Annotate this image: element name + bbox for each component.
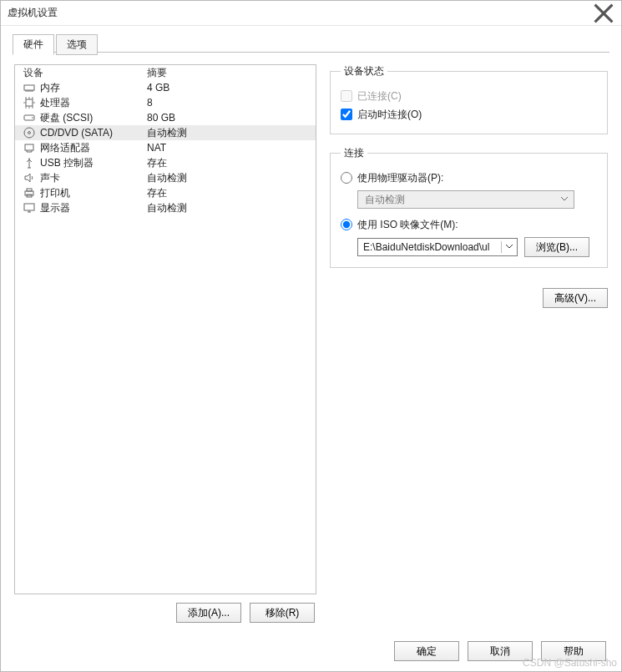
- remove-button[interactable]: 移除(R): [250, 603, 315, 623]
- device-summary: 存在: [147, 186, 311, 200]
- memory-icon: [23, 82, 35, 93]
- list-item[interactable]: 处理器 8: [15, 95, 316, 110]
- list-item[interactable]: 硬盘 (SCSI) 80 GB: [15, 110, 316, 125]
- device-label: USB 控制器: [40, 156, 94, 170]
- list-item[interactable]: 网络适配器 NAT: [15, 140, 316, 155]
- cancel-button[interactable]: 取消: [468, 641, 533, 661]
- connected-label: 已连接(C): [357, 89, 402, 104]
- usb-icon: [23, 157, 35, 169]
- ok-button[interactable]: 确定: [394, 641, 459, 661]
- list-item[interactable]: USB 控制器 存在: [15, 155, 316, 170]
- list-item[interactable]: CD/DVD (SATA) 自动检测: [15, 125, 316, 140]
- help-button[interactable]: 帮助: [541, 641, 606, 661]
- iso-row: E:\BaiduNetdiskDownload\ul 浏览(B)...: [357, 237, 597, 257]
- connect-poweron-label: 启动时连接(O): [357, 108, 422, 122]
- left-buttons: 添加(A)... 移除(R): [14, 594, 316, 631]
- left-column: 设备 摘要 内存 4 GB: [14, 64, 316, 631]
- svg-point-4: [24, 128, 34, 138]
- connected-row: 已连接(C): [341, 87, 597, 105]
- device-status-group: 设备状态 已连接(C) 启动时连接(O): [330, 64, 608, 134]
- device-summary: 存在: [147, 156, 311, 170]
- col-summary: 摘要: [147, 66, 311, 80]
- iso-file-label: 使用 ISO 映像文件(M):: [357, 218, 458, 232]
- list-item[interactable]: 显示器 自动检测: [15, 200, 316, 215]
- cpu-icon: [23, 97, 35, 109]
- connect-poweron-checkbox[interactable]: [341, 109, 352, 120]
- svg-rect-8: [27, 189, 32, 191]
- content: 设备 摘要 内存 4 GB: [1, 53, 621, 631]
- advanced-button[interactable]: 高级(V)...: [543, 288, 608, 308]
- device-summary: 4 GB: [147, 82, 311, 93]
- iso-file-radio[interactable]: [341, 219, 352, 230]
- list-item[interactable]: 声卡 自动检测: [15, 170, 316, 185]
- bottom-bar: 确定 取消 帮助: [1, 631, 621, 671]
- physical-drive-label: 使用物理驱动器(P):: [357, 171, 443, 185]
- device-label: 打印机: [40, 186, 70, 200]
- list-item[interactable]: 打印机 存在: [15, 185, 316, 200]
- close-icon[interactable]: [593, 5, 614, 22]
- network-icon: [23, 142, 35, 154]
- iso-path-combo[interactable]: E:\BaiduNetdiskDownload\ul: [357, 238, 518, 256]
- device-summary: 8: [147, 97, 311, 109]
- physical-drive-row[interactable]: 使用物理驱动器(P):: [341, 169, 597, 187]
- right-column: 设备状态 已连接(C) 启动时连接(O) 连接 使用物理驱动器(P): 自动检测: [330, 64, 608, 631]
- advanced-row: 高级(V)...: [330, 288, 608, 308]
- sound-icon: [23, 172, 35, 184]
- device-summary: 自动检测: [147, 171, 311, 185]
- group-title: 设备状态: [341, 64, 387, 78]
- connect-at-poweron-row[interactable]: 启动时连接(O): [341, 105, 597, 124]
- device-summary: 自动检测: [147, 126, 311, 140]
- connected-checkbox: [341, 90, 352, 102]
- display-icon: [23, 202, 35, 214]
- device-list[interactable]: 设备 摘要 内存 4 GB: [14, 64, 316, 594]
- device-label: 处理器: [40, 96, 70, 110]
- device-label: 声卡: [40, 171, 60, 185]
- svg-point-5: [28, 132, 31, 134]
- window-title: 虚拟机设置: [8, 6, 58, 20]
- device-summary: 80 GB: [147, 112, 311, 124]
- chevron-down-icon: [560, 194, 569, 205]
- connection-group: 连接 使用物理驱动器(P): 自动检测 使用 ISO 映像文件(M):: [330, 146, 608, 268]
- tab-hardware[interactable]: 硬件: [13, 34, 54, 55]
- vm-settings-window: 虚拟机设置 硬件 选项 设备 摘要 内存: [0, 0, 622, 672]
- iso-path-value: E:\BaiduNetdiskDownload\ul: [363, 241, 489, 253]
- device-label: CD/DVD (SATA): [40, 127, 113, 139]
- printer-icon: [23, 187, 35, 199]
- list-header: 设备 摘要: [15, 65, 316, 80]
- svg-rect-6: [25, 144, 33, 150]
- add-button[interactable]: 添加(A)...: [176, 603, 241, 623]
- physical-drive-value: 自动检测: [365, 193, 405, 207]
- browse-button[interactable]: 浏览(B)...: [524, 237, 589, 257]
- device-summary: NAT: [147, 142, 311, 154]
- iso-file-row[interactable]: 使用 ISO 映像文件(M):: [341, 215, 597, 234]
- physical-drive-radio[interactable]: [341, 172, 352, 184]
- chevron-down-icon[interactable]: [501, 241, 513, 253]
- disk-icon: [23, 112, 35, 124]
- device-label: 网络适配器: [40, 141, 90, 155]
- col-device: 设备: [20, 66, 147, 80]
- svg-point-3: [32, 117, 33, 119]
- svg-rect-1: [26, 99, 33, 106]
- device-label: 内存: [40, 81, 60, 95]
- tabs: 硬件 选项: [1, 26, 621, 53]
- list-item[interactable]: 内存 4 GB: [15, 80, 316, 95]
- svg-rect-0: [24, 85, 34, 90]
- cd-icon: [23, 127, 35, 139]
- device-label: 显示器: [40, 201, 70, 215]
- svg-rect-10: [24, 204, 34, 210]
- physical-drive-select: 自动检测: [357, 190, 574, 209]
- titlebar: 虚拟机设置: [1, 1, 621, 26]
- device-label: 硬盘 (SCSI): [40, 111, 93, 125]
- device-summary: 自动检测: [147, 201, 311, 215]
- group-title: 连接: [341, 146, 367, 160]
- tab-options[interactable]: 选项: [56, 34, 98, 55]
